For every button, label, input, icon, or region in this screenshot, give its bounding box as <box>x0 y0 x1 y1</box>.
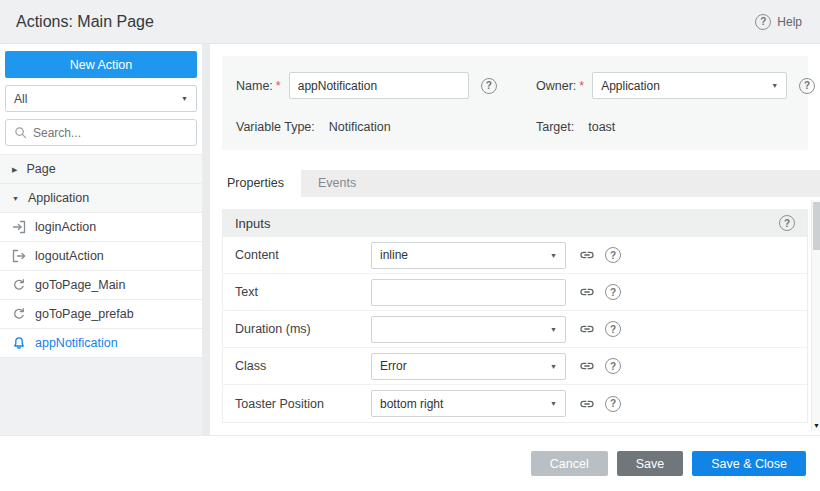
tree-item-label: loginAction <box>35 220 96 234</box>
help-icon[interactable]: ? <box>605 396 621 412</box>
help-icon: ? <box>755 14 771 30</box>
input-label: Toaster Position <box>235 397 371 411</box>
tab-events[interactable]: Events <box>301 170 373 197</box>
bind-link-icon[interactable] <box>579 321 595 337</box>
tree-item-label: logoutAction <box>35 249 104 263</box>
goto-page-icon <box>12 307 26 321</box>
inputs-title: Inputs <box>235 216 270 231</box>
login-icon <box>12 220 26 234</box>
actions-sidebar: New Action All ▼ ▶ Page ▼ Application <box>0 44 202 435</box>
help-icon[interactable]: ? <box>481 78 497 94</box>
save-and-close-button[interactable]: Save & Close <box>692 451 806 476</box>
cancel-button[interactable]: Cancel <box>531 451 608 476</box>
form-row-type-target: Variable Type: Notification Target: toas… <box>236 120 794 134</box>
bind-link-icon[interactable] <box>579 284 595 300</box>
bind-link-icon[interactable] <box>579 358 595 374</box>
search-icon <box>14 126 27 139</box>
filter-dropdown[interactable]: All ▼ <box>5 85 197 112</box>
actions-dialog: Actions: Main Page ? Help New Action All… <box>0 0 820 491</box>
caret-down-icon: ▼ <box>771 82 778 89</box>
filter-value: All <box>14 92 27 106</box>
tree-item-label: goToPage_Main <box>35 278 125 292</box>
bind-link-icon[interactable] <box>579 396 595 412</box>
owner-dropdown[interactable]: Application ▼ <box>592 72 787 99</box>
name-input[interactable] <box>289 72 469 99</box>
variable-type-label: Variable Type: <box>236 120 315 134</box>
dialog-footer: Cancel Save Save & Close <box>0 435 820 491</box>
new-action-button[interactable]: New Action <box>5 51 197 78</box>
caret-down-icon: ▼ <box>550 400 557 407</box>
input-label: Content <box>235 248 371 262</box>
save-button[interactable]: Save <box>617 451 684 476</box>
scroll-down-arrow[interactable]: ▼ <box>812 420 820 431</box>
input-label: Text <box>235 285 371 299</box>
target-label: Target: <box>536 120 574 134</box>
action-summary-form: Name: * ? Owner: * Application ▼ ? <box>222 56 808 150</box>
caret-down-icon: ▼ <box>550 363 557 370</box>
dialog-header: Actions: Main Page ? Help <box>0 0 820 44</box>
scrollbar-thumb[interactable] <box>813 202 820 250</box>
form-row-name-owner: Name: * ? Owner: * Application ▼ ? <box>236 72 794 99</box>
duration-dropdown[interactable]: ▼ <box>371 316 566 343</box>
tree-group-application[interactable]: ▼ Application <box>0 184 202 213</box>
tree-group-page[interactable]: ▶ Page <box>0 155 202 184</box>
tree-group-label: Application <box>28 191 89 205</box>
input-label: Class <box>235 359 371 373</box>
vertical-scrollbar[interactable]: ▼ <box>811 200 820 431</box>
text-input[interactable] <box>371 279 566 306</box>
input-row-toaster-position: Toaster Position bottom right ▼ ? <box>223 385 807 422</box>
class-value: Error <box>380 359 407 373</box>
toaster-position-dropdown[interactable]: bottom right ▼ <box>371 390 566 417</box>
help-icon[interactable]: ? <box>605 284 621 300</box>
dialog-body: New Action All ▼ ▶ Page ▼ Application <box>0 44 820 435</box>
caret-down-icon: ▼ <box>550 326 557 333</box>
caret-down-icon: ▼ <box>181 95 188 102</box>
notification-icon <box>12 336 26 350</box>
class-dropdown[interactable]: Error ▼ <box>371 353 566 380</box>
search-box <box>5 119 197 146</box>
editor-tabs: Properties Events <box>210 170 820 197</box>
help-icon[interactable]: ? <box>799 78 815 94</box>
tree-item-logoutAction[interactable]: logoutAction <box>0 242 202 271</box>
inputs-panel: Inputs ? Content inline ▼ ? Text <box>222 209 808 423</box>
caret-down-icon: ▼ <box>550 252 557 259</box>
tree-item-label: goToPage_prefab <box>35 307 134 321</box>
help-label: Help <box>777 15 802 29</box>
tree-item-label: appNotification <box>35 336 118 350</box>
sidebar-controls: New Action All ▼ <box>0 44 202 146</box>
input-row-duration: Duration (ms) ▼ ? <box>223 311 807 348</box>
input-row-class: Class Error ▼ ? <box>223 348 807 385</box>
logout-icon <box>12 249 26 263</box>
help-icon[interactable]: ? <box>605 358 621 374</box>
inputs-panel-header: Inputs ? <box>223 209 807 237</box>
content-dropdown[interactable]: inline ▼ <box>371 242 566 269</box>
required-asterisk: * <box>579 79 584 93</box>
tree-item-goToPage_Main[interactable]: goToPage_Main <box>0 271 202 300</box>
bind-link-icon[interactable] <box>579 247 595 263</box>
input-label: Duration (ms) <box>235 322 371 336</box>
help-icon[interactable]: ? <box>605 247 621 263</box>
page-title: Actions: Main Page <box>16 13 154 31</box>
help-icon[interactable]: ? <box>779 215 795 231</box>
help-link[interactable]: ? Help <box>755 14 802 30</box>
caret-down-icon: ▼ <box>12 195 19 202</box>
action-editor: Name: * ? Owner: * Application ▼ ? <box>210 44 820 435</box>
tab-properties[interactable]: Properties <box>210 170 301 197</box>
owner-label: Owner: <box>536 79 576 93</box>
required-asterisk: * <box>276 79 281 93</box>
sidebar-filler <box>0 358 202 435</box>
target-value: toast <box>588 120 615 134</box>
input-row-text: Text ? <box>223 274 807 311</box>
search-input[interactable] <box>33 126 188 140</box>
caret-right-icon: ▶ <box>12 166 17 173</box>
name-label: Name: <box>236 79 273 93</box>
help-icon[interactable]: ? <box>605 321 621 337</box>
tree-item-loginAction[interactable]: loginAction <box>0 213 202 242</box>
actions-tree: ▶ Page ▼ Application loginAction <box>0 154 202 358</box>
tree-group-label: Page <box>26 162 55 176</box>
input-row-content: Content inline ▼ ? <box>223 237 807 274</box>
tree-item-appNotification[interactable]: appNotification <box>0 329 202 358</box>
variable-type-value: Notification <box>329 120 391 134</box>
tree-item-goToPage_prefab[interactable]: goToPage_prefab <box>0 300 202 329</box>
toaster-position-value: bottom right <box>380 397 443 411</box>
